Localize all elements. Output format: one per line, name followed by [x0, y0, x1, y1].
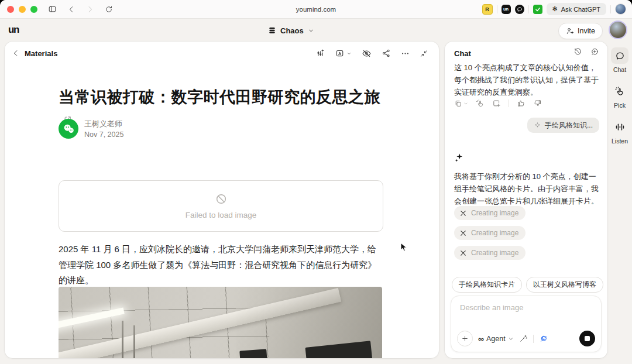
image-generation-icon — [459, 210, 467, 217]
rail-item-listen[interactable]: Listen — [611, 119, 628, 145]
hide-icon[interactable] — [362, 49, 372, 59]
chat-panel: Chat 这 10 个亮点构成了文章的核心认知价值，每个都挑战了我们的常识认知，… — [445, 42, 607, 358]
traffic-lights — [7, 6, 37, 13]
user-avatar[interactable] — [610, 22, 626, 38]
ask-chatgpt-label: Ask ChatGPT — [561, 6, 600, 13]
agent-label: Agent — [486, 335, 506, 343]
divider — [497, 5, 497, 13]
author-row: 王树义老师 Nov 7, 2025 — [59, 119, 123, 139]
failed-image-text: Failed to load image — [186, 211, 257, 219]
photo-pole — [133, 325, 135, 358]
materials-header: Materials — [5, 42, 439, 65]
creating-image-status: Creating image — [454, 206, 525, 220]
sparkle-icon — [534, 122, 541, 129]
agent-selector[interactable]: ∞ Agent — [478, 334, 514, 344]
image-prompt-input[interactable] — [459, 302, 593, 328]
photo-dark-object — [239, 349, 267, 358]
collapse-icon[interactable] — [420, 49, 428, 58]
chevron-down-icon — [463, 101, 468, 106]
forward-icon[interactable] — [86, 5, 94, 13]
browser-chrome: youmind.com R un ✻ Ask ChatGPT — [0, 0, 632, 19]
creating-image-status: Creating image — [454, 226, 525, 240]
zoom-window-button[interactable] — [30, 6, 37, 13]
materials-panel: Materials 当常识被打破：数字时代田野研究的反思之旅 — [5, 42, 439, 358]
chat-bubble-icon — [611, 47, 628, 64]
breadcrumb[interactable]: Materials — [25, 49, 57, 58]
history-icon[interactable] — [573, 47, 582, 56]
translate-icon[interactable] — [335, 49, 352, 59]
invite-icon — [566, 27, 574, 35]
waveform-icon — [611, 119, 628, 135]
extension-icon-chat[interactable] — [515, 5, 524, 14]
image-generation-icon — [459, 249, 467, 257]
back-to-materials-icon[interactable] — [12, 49, 20, 57]
ask-chatgpt-button[interactable]: ✻ Ask ChatGPT — [547, 3, 606, 15]
assistant-message: 这 10 个亮点构成了文章的核心认知价值，每个都挑战了我们的常识认知，提供了基于… — [454, 61, 599, 98]
chevron-down-icon — [308, 28, 314, 34]
app-header: un Chaos Invite — [0, 19, 632, 42]
failed-image-placeholder: Failed to load image — [59, 180, 383, 232]
wechat-avatar[interactable] — [59, 119, 78, 139]
sidebar-toggle-icon[interactable] — [48, 5, 57, 13]
right-rail: Chat Pick Listen — [607, 42, 632, 358]
invite-button[interactable]: Invite — [558, 23, 603, 39]
divider — [610, 5, 611, 13]
save-icon[interactable] — [492, 99, 501, 108]
chevron-down-icon — [508, 336, 514, 342]
thumbs-up-icon[interactable] — [517, 99, 525, 108]
copy-icon[interactable] — [454, 99, 468, 108]
browser-window: youmind.com R un ✻ Ask ChatGPT un Chaos — [0, 0, 632, 364]
rail-item-chat[interactable]: Chat — [611, 47, 628, 73]
user-message-text: 手绘风格知识... — [545, 121, 593, 131]
pick-hand-icon — [611, 83, 628, 99]
stop-generation-button[interactable] — [579, 331, 595, 346]
rail-label: Chat — [613, 66, 626, 73]
image-style-icon[interactable] — [539, 334, 548, 344]
rail-item-pick[interactable]: Pick — [611, 83, 628, 109]
creating-image-status: Creating image — [454, 246, 525, 260]
image-prompt-composer: ∞ Agent — [451, 296, 602, 352]
suggestion-chip[interactable]: 手绘风格知识卡片 — [452, 277, 522, 293]
attach-icon[interactable] — [457, 331, 473, 346]
invite-label: Invite — [578, 27, 595, 35]
divider — [533, 335, 534, 343]
adjust-icon[interactable] — [316, 49, 325, 58]
article-photo — [59, 287, 382, 358]
message-actions — [454, 99, 542, 108]
thumbs-down-icon[interactable] — [533, 99, 542, 108]
infinity-icon: ∞ — [478, 334, 484, 344]
divider — [509, 99, 509, 107]
blocked-icon — [215, 193, 228, 205]
chatgpt-icon: ✻ — [552, 5, 558, 13]
publish-date: Nov 7, 2025 — [84, 131, 123, 139]
space-switcher[interactable]: Chaos — [265, 23, 318, 37]
article-paragraph: 2025 年 11 月 6 日，应刘冰院长的邀请，北京大学闫蒲老师来到天津师范大… — [59, 242, 384, 289]
chevron-down-icon — [346, 51, 352, 56]
extension-icon-check[interactable] — [533, 5, 542, 14]
image-generation-icon — [459, 229, 467, 237]
reload-icon[interactable] — [105, 5, 113, 13]
assistant-sparkle-icon — [454, 153, 464, 163]
suggestion-row: 手绘风格知识卡片 以王树义风格写博客 — [452, 277, 607, 293]
space-name: Chaos — [280, 26, 304, 35]
back-icon[interactable] — [67, 5, 75, 13]
pick-icon[interactable] — [476, 99, 485, 108]
new-chat-icon[interactable] — [590, 47, 599, 56]
author-name: 王树义老师 — [84, 119, 123, 129]
close-window-button[interactable] — [7, 6, 14, 13]
magic-wand-icon[interactable] — [519, 334, 528, 343]
suggestion-chip[interactable]: 以王树义风格写博客 — [526, 277, 603, 293]
assistant-message: 我将基于你刚才分析的 10 个亮点，创建一组手绘笔记风格的卡片。由于内容丰富，我… — [454, 170, 599, 207]
more-icon[interactable] — [401, 49, 410, 58]
user-message-chip[interactable]: 手绘风格知识... — [527, 118, 599, 133]
stack-icon — [268, 26, 276, 35]
extension-icon-r[interactable]: R — [482, 4, 493, 15]
youmind-logo[interactable]: un — [8, 25, 19, 36]
minimize-window-button[interactable] — [19, 6, 26, 13]
rail-label: Listen — [612, 138, 628, 145]
rail-label: Pick — [614, 102, 626, 109]
browser-profile-avatar[interactable] — [615, 4, 626, 15]
extension-icon-youmind[interactable]: un — [502, 5, 511, 14]
photo-pole — [122, 321, 123, 358]
share-icon[interactable] — [382, 49, 391, 58]
